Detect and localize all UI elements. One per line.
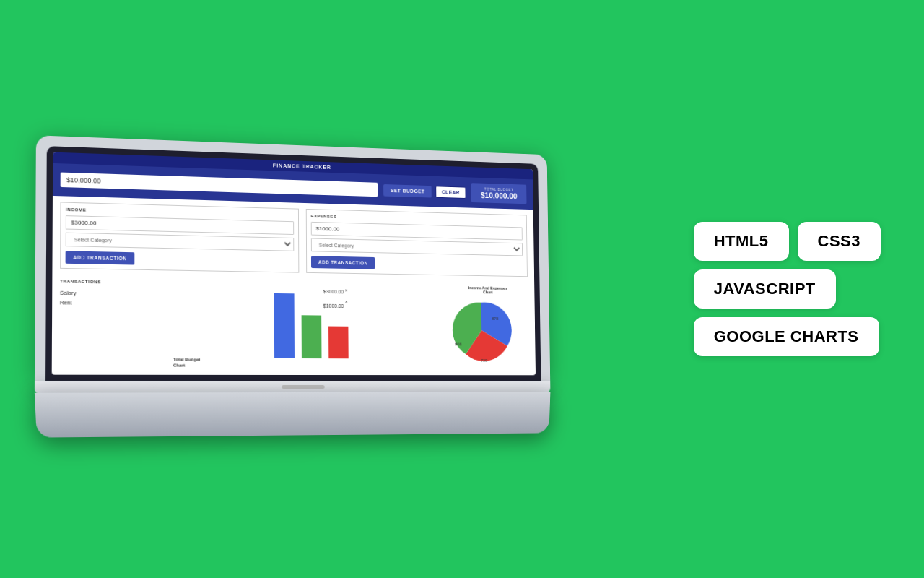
close-rent-icon[interactable]: x: [345, 299, 347, 303]
tech-row-2: JAVASCRIPT: [694, 269, 836, 309]
set-budget-button[interactable]: SET BUDGET: [383, 184, 432, 197]
pie-label-878: 878: [492, 316, 499, 321]
badge-javascript: JAVASCRIPT: [694, 269, 836, 309]
bar-chart-title: Total BudgetChart: [173, 357, 200, 368]
pie-chart-title: Income And ExpensesChart: [448, 285, 528, 294]
svg-rect-2: [328, 326, 349, 358]
badge-css3: CSS3: [798, 222, 881, 261]
pie-label-739: 739: [481, 358, 488, 363]
tech-badges: HTML5 CSS3 JAVASCRIPT GOOGLE CHARTS: [694, 222, 881, 356]
total-budget-box: TOTAL BUDGET $10,000.00: [471, 183, 527, 204]
transactions-list: TRANSACTIONS Salary Rent: [59, 279, 165, 370]
transactions-title: TRANSACTIONS: [60, 279, 166, 285]
transaction-rent: Rent: [60, 298, 166, 309]
expenses-amount-input[interactable]: [311, 221, 523, 240]
badge-google-charts: GOOGLE CHARTS: [694, 317, 879, 356]
svg-rect-1: [302, 315, 322, 358]
laptop-base-outer: [35, 381, 552, 438]
laptop: FINANCE TRACKER SET BUDGET CLEAR TOTAL B…: [43, 143, 563, 436]
bottom-section: TRANSACTIONS Salary Rent $3000.00: [52, 274, 536, 374]
clear-button[interactable]: CLEAR: [436, 185, 466, 198]
expenses-section: EXPENSES Select Category ADD TRANSACTION: [306, 208, 528, 276]
laptop-bezel: FINANCE TRACKER SET BUDGET CLEAR TOTAL B…: [45, 146, 541, 381]
charts-area: $3000.00 $1000.00 x x: [173, 280, 529, 371]
laptop-keyboard: [35, 392, 551, 437]
transactions-form: INCOME Select Category ADD TRANSACTION E…: [52, 195, 534, 282]
tech-row-1: HTML5 CSS3: [694, 222, 881, 261]
income-amount-input[interactable]: [66, 215, 294, 235]
tech-row-3: GOOGLE CHARTS: [694, 317, 879, 356]
budget-input[interactable]: [61, 172, 378, 197]
laptop-screen-outer: FINANCE TRACKER SET BUDGET CLEAR TOTAL B…: [35, 135, 550, 381]
scene: FINANCE TRACKER SET BUDGET CLEAR TOTAL B…: [0, 0, 924, 578]
app-title: FINANCE TRACKER: [273, 163, 331, 170]
laptop-screen: FINANCE TRACKER SET BUDGET CLEAR TOTAL B…: [52, 152, 536, 375]
close-salary-icon[interactable]: x: [345, 288, 347, 292]
budget-buttons: SET BUDGET CLEAR: [383, 184, 466, 198]
pie-chart-svg: 878 966 739: [448, 295, 515, 365]
expenses-add-button[interactable]: ADD TRANSACTION: [311, 256, 375, 269]
bar-label-1000: $1000.00: [323, 303, 344, 308]
expenses-category-select[interactable]: Select Category: [311, 238, 523, 256]
income-add-button[interactable]: ADD TRANSACTION: [66, 251, 134, 264]
total-budget-label: TOTAL BUDGET: [481, 186, 518, 191]
bar-label-3000: $3000.00: [323, 288, 344, 293]
transaction-salary: Salary: [60, 288, 166, 298]
pie-chart-container: Income And ExpensesChart: [448, 285, 529, 371]
bar-chart-container: $3000.00 $1000.00 x x: [173, 280, 442, 371]
pie-label-966: 966: [455, 342, 462, 346]
finance-tracker-app: FINANCE TRACKER SET BUDGET CLEAR TOTAL B…: [52, 152, 536, 375]
svg-rect-0: [274, 293, 295, 358]
bar-chart-svg: [173, 280, 441, 369]
badge-html5: HTML5: [694, 222, 789, 261]
income-section: INCOME Select Category ADD TRANSACTION: [60, 202, 299, 272]
total-budget-amount: $10,000.00: [481, 191, 518, 200]
income-category-select[interactable]: Select Category: [66, 232, 295, 251]
